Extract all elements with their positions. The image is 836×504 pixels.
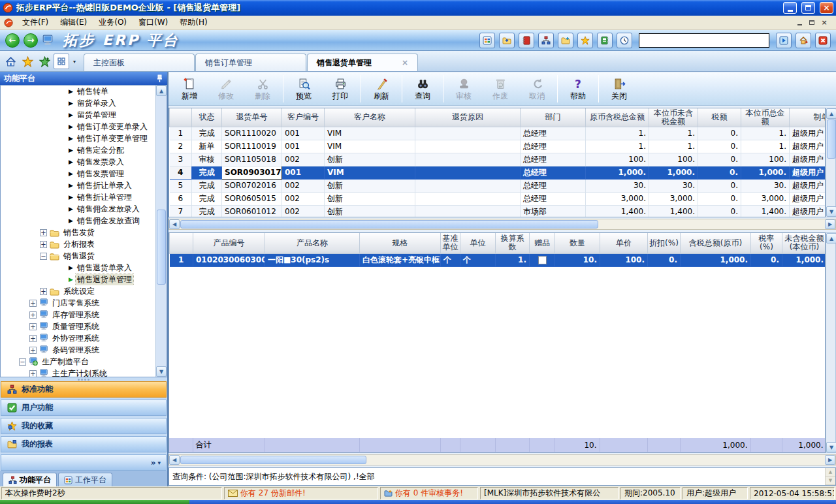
sidebar-panel-button[interactable]: 我的收藏 <box>1 418 167 434</box>
cancel-button[interactable]: 取消 <box>519 74 555 104</box>
scroll-left-icon[interactable]: ◀ <box>169 455 180 465</box>
folder-up-icon[interactable] <box>499 33 515 48</box>
pin-icon[interactable] <box>156 74 163 83</box>
favorite-star-icon[interactable] <box>20 54 35 69</box>
document-tab[interactable]: 主控面板 <box>84 54 195 71</box>
layout-dropdown-caret[interactable]: ▾ <box>71 54 78 69</box>
status-mail[interactable]: 你有 27 份新邮件! <box>224 487 378 499</box>
order-row[interactable]: 6 完成 SOR0605015 002 创新 总经理 3,000. 3,000.… <box>170 192 826 205</box>
order-row[interactable]: 2 新单 SOR1110019 001 VIM 总经理 1. 1. 0. 1. … <box>170 140 826 153</box>
detail-hscrollbar[interactable]: ◀ ▶ <box>169 454 836 465</box>
scroll-down-icon[interactable]: ▼ <box>826 442 836 452</box>
column-header[interactable]: 单位 <box>460 233 496 253</box>
preview-button[interactable]: 预览 <box>285 74 322 104</box>
tree-item[interactable]: + 主生产计划系统 <box>1 368 155 377</box>
tree-item[interactable]: + 门店零售系统 <box>1 297 155 309</box>
column-header[interactable]: 税额 <box>698 108 741 127</box>
column-header[interactable]: 客户编号 <box>282 108 325 127</box>
sidebar-bottom-tab[interactable]: 工作平台 <box>58 473 112 486</box>
expand-plus-icon[interactable]: + <box>40 288 47 295</box>
column-header[interactable]: 本位币总金额 <box>741 108 790 127</box>
orgchart-icon[interactable] <box>538 33 554 48</box>
tree-scroll-thumb[interactable] <box>157 210 166 285</box>
scroll-left-icon[interactable]: ◀ <box>169 219 180 229</box>
tree-item[interactable]: + 分析报表 <box>1 238 155 250</box>
document-tab[interactable]: 销售订单管理 <box>195 54 306 71</box>
tree-item[interactable]: ▶ 销售发票录入 <box>1 156 155 168</box>
order-row[interactable]: 4 完成 SOR0903017 001 VIM 总经理 1,000. 1,000… <box>170 166 826 179</box>
window-layout-icon[interactable] <box>54 54 69 69</box>
column-header[interactable]: 数量 <box>555 233 600 253</box>
orders-hscroll-thumb[interactable] <box>180 220 598 228</box>
edit-button[interactable]: 修改 <box>208 74 244 104</box>
scroll-up-icon[interactable]: ▲ <box>826 108 836 119</box>
tree-item[interactable]: ▶ 销售退货单管理 <box>1 274 155 285</box>
tree-item[interactable]: ▶ 留货单录入 <box>1 97 155 109</box>
scroll-down-icon[interactable]: ▼ <box>156 366 167 377</box>
detail-row[interactable]: 1 0102030060300 一阳■30(ps2)s 白色滚轮套+亮银中框 个… <box>170 253 826 266</box>
quick-search-input[interactable] <box>639 33 769 48</box>
tree-item[interactable]: ▶ 销售佣金发放查询 <box>1 215 155 227</box>
expand-plus-icon[interactable]: + <box>29 311 37 319</box>
tree-item[interactable]: ▶ 留货单管理 <box>1 109 155 121</box>
collapse-minus-icon[interactable]: − <box>19 358 26 366</box>
collapse-minus-icon[interactable]: − <box>40 253 47 260</box>
column-header[interactable]: 状态 <box>192 108 222 127</box>
tree-item[interactable]: + 外协管理系统 <box>1 332 155 344</box>
tree-item[interactable]: ▶ 销售发票管理 <box>1 168 155 180</box>
column-header[interactable]: 产品名称 <box>265 233 360 253</box>
column-header[interactable] <box>170 108 192 127</box>
column-header[interactable] <box>170 233 193 253</box>
column-header[interactable]: 退货单号 <box>222 108 282 127</box>
column-header[interactable]: 客户名称 <box>325 108 415 127</box>
tree-item[interactable]: ▶ 销售退货单录入 <box>1 262 155 274</box>
expand-plus-icon[interactable]: + <box>40 241 47 248</box>
column-header[interactable]: 含税总额(原币) <box>681 233 751 253</box>
tree-item[interactable]: + 质量管理系统 <box>1 321 155 332</box>
caret-down-icon[interactable]: ▾ <box>157 460 161 466</box>
sidebar-panel-button[interactable]: 标准功能 <box>1 381 167 398</box>
order-row[interactable]: 1 完成 SOR1110020 001 VIM 总经理 1. 1. 0. 1. … <box>170 127 826 140</box>
forward-button[interactable]: → <box>24 33 38 48</box>
query-button[interactable]: 查询 <box>404 74 441 104</box>
detail-vscrollbar[interactable]: ▲ ▼ <box>826 232 836 453</box>
cell-gift-checkbox[interactable] <box>530 253 555 266</box>
expand-plus-icon[interactable]: + <box>29 347 37 354</box>
expand-plus-icon[interactable]: + <box>29 300 37 307</box>
addressbook-icon[interactable] <box>597 33 613 48</box>
document-tab[interactable]: 销售退货单管理 × <box>307 54 418 71</box>
column-header[interactable]: 本位币未含税金额 <box>649 108 698 127</box>
column-header[interactable]: 制单人 <box>790 108 826 127</box>
dashboard-icon[interactable] <box>479 33 495 48</box>
orders-hscrollbar[interactable]: ◀ ▶ <box>169 219 836 230</box>
column-header[interactable]: 未含税金额(本位币) <box>782 233 826 253</box>
clock-icon[interactable] <box>617 33 632 48</box>
panel-overflow-strip[interactable]: » ▾ <box>1 454 167 471</box>
detail-hscroll-thumb[interactable] <box>180 456 366 464</box>
column-header[interactable]: 折扣(%) <box>648 233 681 253</box>
new-button[interactable]: 新增 <box>171 74 208 104</box>
scroll-up-icon[interactable]: ▲ <box>826 468 835 477</box>
orders-vscrollbar[interactable]: ▲ ▼ <box>826 108 836 217</box>
mdi-minimize-button[interactable] <box>794 18 805 27</box>
query-mini-scrollbar[interactable]: ▲ ▼ <box>825 468 835 485</box>
refresh-button[interactable]: 刷新 <box>363 74 400 104</box>
column-header[interactable]: 基准单位 <box>441 233 460 253</box>
scroll-right-icon[interactable]: ▶ <box>825 455 835 465</box>
tree-item[interactable]: ▶ 销售佣金发放录入 <box>1 203 155 215</box>
tree-item[interactable]: + 条码管理系统 <box>1 344 155 356</box>
column-header[interactable]: 退货原因 <box>415 108 521 127</box>
column-header[interactable]: 产品编号 <box>193 233 265 253</box>
audit-button[interactable]: 审核 <box>445 74 482 104</box>
close-all-button[interactable] <box>815 33 831 48</box>
sidebar-panel-button[interactable]: 我的报表 <box>1 436 167 452</box>
tree-item[interactable]: ▶ 销售折让单管理 <box>1 191 155 203</box>
scroll-up-icon[interactable]: ▲ <box>156 86 167 96</box>
column-header[interactable]: 换算系数 <box>496 233 530 253</box>
mdi-restore-button[interactable] <box>807 18 817 27</box>
menu-item[interactable]: 业务(O) <box>93 16 132 29</box>
expand-plus-icon[interactable]: + <box>29 335 37 342</box>
expand-plus-icon[interactable]: + <box>29 370 37 377</box>
sidebar-panel-button[interactable]: 用户功能 <box>1 400 167 416</box>
tree-item[interactable]: + 库存管理系统 <box>1 309 155 321</box>
